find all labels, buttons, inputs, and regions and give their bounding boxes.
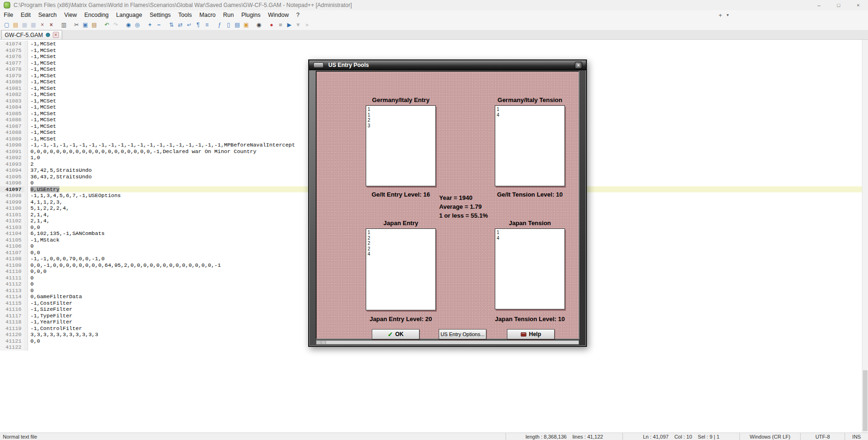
open-file-icon[interactable]: ▤ bbox=[11, 21, 20, 29]
replace-icon[interactable]: ◎ bbox=[133, 21, 142, 29]
maximize-button[interactable]: □ bbox=[829, 0, 848, 10]
line-text[interactable]: -1,MCSet bbox=[30, 129, 56, 135]
tab-gw-cf-5[interactable]: GW-CF-5.GAM × bbox=[1, 30, 62, 39]
line-text[interactable]: 0,0,0 bbox=[30, 268, 47, 274]
sync-horizontal-icon[interactable]: ⇄ bbox=[176, 21, 185, 29]
japan-entry-listbox[interactable]: 1 2 2 2 4 bbox=[366, 228, 436, 310]
print-icon[interactable]: ▥ bbox=[59, 21, 68, 29]
toolbar-icon[interactable] bbox=[68, 21, 72, 29]
line-text[interactable]: 0 bbox=[30, 180, 34, 186]
line-text[interactable]: 3,3,3,3,3,3,3,3,3,3,3 bbox=[30, 331, 98, 337]
dialog-close-icon[interactable]: × bbox=[575, 62, 582, 69]
stop-macro-icon[interactable]: ■ bbox=[276, 21, 285, 29]
line-text[interactable]: -1,MStack bbox=[30, 237, 59, 243]
line-text[interactable]: -1,MCSet bbox=[30, 136, 56, 142]
line-text[interactable]: -1,MCSet bbox=[30, 41, 56, 47]
new-file-icon[interactable]: ▢ bbox=[2, 21, 11, 29]
menu-item-search[interactable]: Search bbox=[35, 10, 61, 20]
line-text[interactable]: 0 bbox=[30, 281, 34, 287]
line-text[interactable]: -1,1,3,4,5,6,7,-1,USEOptions bbox=[30, 192, 121, 198]
japan-tension-listbox[interactable]: 1 4 bbox=[495, 228, 565, 309]
line-text[interactable]: -1,SizeFilter bbox=[30, 306, 72, 312]
find-icon[interactable]: ◉ bbox=[124, 21, 133, 29]
menu-item-tools[interactable]: Tools bbox=[174, 10, 195, 20]
line-text[interactable]: 6,102,135,-1,SANCombats bbox=[30, 230, 105, 236]
line-text[interactable]: -1,YearFilter bbox=[30, 319, 72, 325]
line-text[interactable]: -1,MCSet bbox=[30, 123, 56, 129]
play-macro-icon[interactable]: ▶ bbox=[285, 21, 294, 29]
dialog-titlebar[interactable]: US Entry Pools × bbox=[309, 60, 586, 70]
line-text[interactable]: -1,CostFilter bbox=[30, 300, 72, 306]
document-map-icon[interactable]: ▯ bbox=[224, 21, 233, 29]
scroll-left-button[interactable] bbox=[317, 341, 321, 344]
line-text[interactable]: 2,1,4, bbox=[30, 212, 50, 218]
toolbar-icon[interactable] bbox=[120, 21, 124, 29]
line-text[interactable]: -1,MCSet bbox=[30, 98, 56, 104]
line-text[interactable]: 0,0 bbox=[30, 338, 40, 344]
ok-button[interactable]: ✓ OK bbox=[372, 329, 420, 339]
dialog-horizontal-scrollbar[interactable] bbox=[316, 340, 579, 345]
document-list-icon[interactable]: ▤ bbox=[233, 21, 242, 29]
line-text[interactable]: -1,MCSet bbox=[30, 79, 56, 85]
line-text[interactable]: -1,MCSet bbox=[30, 47, 56, 53]
line-text[interactable]: -1,ControlFilter bbox=[30, 325, 82, 331]
toolbar-icon[interactable] bbox=[163, 21, 167, 29]
line-text[interactable]: 0,0 bbox=[30, 224, 40, 230]
run-macro-multiple-icon[interactable]: » bbox=[303, 21, 311, 29]
menu-item-view[interactable]: View bbox=[60, 10, 80, 20]
zoom-out-icon[interactable]: − bbox=[154, 21, 163, 29]
menu-item-window[interactable]: Window bbox=[264, 10, 292, 20]
record-macro-icon[interactable]: ● bbox=[267, 21, 276, 29]
show-all-characters-icon[interactable]: ¶ bbox=[194, 21, 203, 29]
menu-item-encoding[interactable]: Encoding bbox=[80, 10, 112, 20]
line-text[interactable]: 0,0 bbox=[30, 249, 40, 256]
line-text[interactable]: 0 bbox=[30, 287, 34, 293]
indent-guide-icon[interactable]: ≡ bbox=[203, 21, 211, 29]
line-text[interactable]: 0,0,-1,0,0,0,0,0,0,0,0,64,95,2,0,0,0,0,0… bbox=[30, 262, 221, 268]
cut-icon[interactable]: ✂ bbox=[72, 21, 81, 29]
save-icon[interactable]: ▦ bbox=[20, 21, 29, 29]
line-text[interactable]: -1,MCSet bbox=[30, 117, 56, 123]
line-text[interactable]: -1,MCSet bbox=[30, 66, 56, 72]
tab-close-icon[interactable]: × bbox=[53, 32, 59, 38]
minimize-button[interactable]: – bbox=[809, 0, 829, 10]
line-text[interactable]: -1,MCSet bbox=[30, 91, 56, 97]
close-all-icon[interactable]: × bbox=[47, 21, 56, 29]
line-text[interactable]: 0 bbox=[30, 275, 34, 281]
line-text[interactable]: -1,MCSet bbox=[30, 53, 56, 59]
line-text[interactable]: 2 bbox=[30, 161, 34, 167]
line-text[interactable]: -1,-1,0,0,0,79,0,0,-1,0 bbox=[30, 256, 105, 262]
folder-workspace-icon[interactable]: ▣ bbox=[242, 21, 251, 29]
menu-item-settings[interactable]: Settings bbox=[146, 10, 174, 20]
pin-icon[interactable] bbox=[46, 33, 50, 37]
line-text[interactable]: 1,0 bbox=[30, 154, 40, 161]
copy-icon[interactable]: ▣ bbox=[81, 21, 90, 29]
menu-item-run[interactable]: Run bbox=[219, 10, 238, 20]
monitoring-icon[interactable]: ◉ bbox=[254, 21, 263, 29]
line-text[interactable]: 0 bbox=[30, 243, 34, 249]
line-text[interactable]: 0,USEntry bbox=[30, 186, 59, 192]
help-button[interactable]: Help bbox=[507, 329, 555, 339]
line-text[interactable]: -1,-1,-1,-1,-1,-1,-1,-1,-1,-1,-1,-1,-1,-… bbox=[30, 142, 295, 148]
us-entry-options-button[interactable]: US Entry Options... bbox=[439, 329, 486, 339]
toolbar-icon[interactable] bbox=[142, 21, 145, 29]
line-text[interactable]: -1,TypeFilter bbox=[30, 313, 72, 319]
function-list-icon[interactable]: ƒ bbox=[215, 21, 224, 29]
menu-item-language[interactable]: Language bbox=[112, 10, 146, 20]
line-text[interactable]: -1,MCSet bbox=[30, 60, 56, 66]
toolbar-icon[interactable] bbox=[251, 21, 254, 29]
line-text[interactable]: -1,MCSet bbox=[30, 73, 56, 79]
line-text[interactable]: 5,1,2,2,2,4, bbox=[30, 205, 69, 211]
dropdown-arrow-icon[interactable]: ▼ bbox=[726, 13, 730, 17]
toolbar-icon[interactable] bbox=[211, 21, 215, 29]
redo-icon[interactable]: ↷ bbox=[111, 21, 120, 29]
save-macro-icon[interactable]: ▼ bbox=[294, 21, 303, 29]
plus-icon[interactable]: + bbox=[718, 12, 722, 19]
word-wrap-icon[interactable]: ↵ bbox=[185, 21, 194, 29]
toolbar-icon[interactable] bbox=[99, 21, 102, 29]
close-file-icon[interactable]: × bbox=[38, 21, 47, 29]
line-text[interactable]: 36,43,2,StraitsUndo bbox=[30, 174, 92, 180]
line-text[interactable]: -1,MCSet bbox=[30, 85, 56, 91]
line-text[interactable]: -1,MCSet bbox=[30, 110, 56, 117]
menu-item-macro[interactable]: Macro bbox=[195, 10, 219, 20]
